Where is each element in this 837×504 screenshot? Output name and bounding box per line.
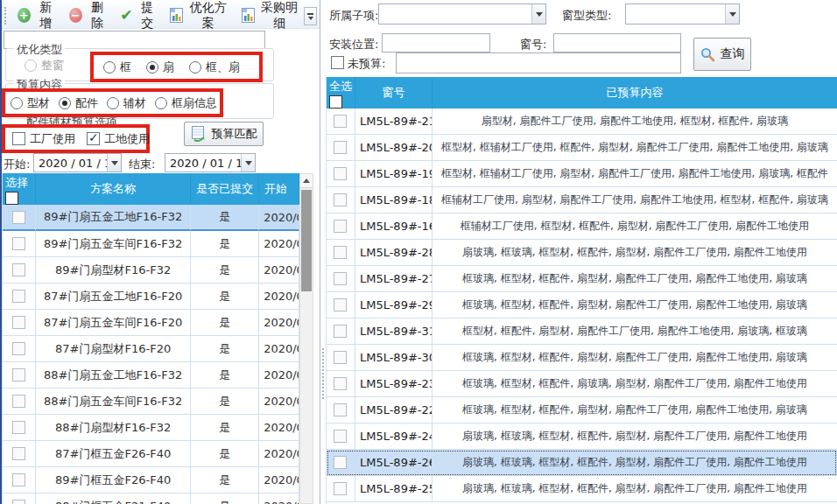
- plan-table-row[interactable]: 88#门扇五金车间F16-F32 是 2020/0: [3, 388, 299, 415]
- plan-table-row[interactable]: 88#门扇五金工地F16-F32 是 2020/0: [3, 362, 299, 388]
- select-all-checkbox[interactable]: [5, 192, 18, 205]
- row-checkbox[interactable]: [334, 220, 347, 233]
- radio-option[interactable]: 扇: [146, 60, 174, 75]
- plan-table-row[interactable]: 87#门扇型材F16-F20 是 2020/0: [3, 336, 299, 362]
- budgeted-content-cell: 框辅材工厂使用, 扇型材, 扇配件工厂使用, 扇配件工地使用, 框型材, 框配件…: [433, 187, 837, 214]
- row-checkbox[interactable]: [12, 290, 25, 303]
- row-checkbox[interactable]: [334, 456, 347, 469]
- optimize-plan-button[interactable]: 优化方案: [165, 0, 235, 34]
- row-checkbox[interactable]: [12, 237, 25, 250]
- delete-button[interactable]: − 删除: [64, 0, 114, 34]
- dropdown-button[interactable]: [241, 154, 255, 172]
- plan-name-cell: 87#门扇型材F16-F20: [36, 336, 191, 362]
- radio-option[interactable]: 辅材: [107, 95, 146, 111]
- budget-table-row[interactable]: LM5L-89#-19F17 框型材, 框辅材工厂使用, 扇型材, 扇配件工厂使…: [327, 161, 837, 187]
- plan-table-row[interactable]: 88#门框五金F21-F40 是 2020/0: [3, 494, 299, 504]
- plan-table-row[interactable]: 89#门框五金F26-F40 是 2020/0: [3, 467, 299, 494]
- row-checkbox[interactable]: [334, 351, 347, 364]
- budget-table-row[interactable]: LM5L-89#-22F20 框玻璃, 框型材, 框配件, 扇型材, 扇配件工厂…: [327, 397, 837, 424]
- budget-table-row[interactable]: LM5L-89#-16F15 框辅材工厂使用, 框型材, 框配件, 扇型材, 扇…: [327, 214, 837, 240]
- budget-table-row[interactable]: LM5L-89#-27F25 框玻璃, 框型材, 框配件, 扇型材, 扇配件工厂…: [327, 266, 837, 292]
- row-checkbox[interactable]: [334, 272, 347, 285]
- select-all-checkbox[interactable]: [329, 95, 342, 108]
- dropdown-button[interactable]: [107, 154, 121, 172]
- row-checkbox[interactable]: [334, 482, 347, 495]
- radio-option[interactable]: 型材: [11, 95, 50, 111]
- budget-table-row[interactable]: LM5L-89#-30F28 框玻璃, 框型材, 框配件, 扇型材, 扇配件工厂…: [327, 345, 837, 371]
- plan-table-scrollbar[interactable]: [299, 173, 313, 504]
- budgeted-content-cell: 框玻璃, 框型材, 框配件, 扇型材, 扇配件工厂使用, 扇配件工地使用, 扇玻…: [433, 292, 837, 318]
- toolbar-overflow-button[interactable]: [304, 7, 317, 25]
- dropdown-button[interactable]: [725, 4, 739, 24]
- plan-table-row[interactable]: 88#门扇型材F16-F32 是 2020/0: [3, 415, 299, 441]
- dropdown-button[interactable]: [531, 4, 545, 24]
- row-checkbox[interactable]: [334, 403, 347, 416]
- row-checkbox[interactable]: [334, 115, 347, 128]
- budget-table-row[interactable]: LM5L-89#-26F24 扇玻璃, 框玻璃, 框型材, 框配件, 扇型材, …: [327, 450, 837, 476]
- row-checkbox[interactable]: [334, 298, 347, 312]
- row-checkbox[interactable]: [12, 263, 25, 276]
- row-checkbox[interactable]: [334, 430, 347, 443]
- end-date-label: 结束:: [129, 157, 155, 172]
- submitted-cell: 是: [191, 310, 259, 336]
- row-checkbox[interactable]: [334, 193, 347, 206]
- plan-table-row[interactable]: 89#门扇型材F16-F32 是 2020/0: [3, 257, 299, 284]
- radio-icon: [107, 97, 119, 109]
- add-button[interactable]: + 新增: [12, 0, 62, 34]
- checkbox-option[interactable]: 工地使用: [87, 131, 150, 147]
- row-checkbox[interactable]: [334, 246, 347, 259]
- budgeted-content-cell: 框型材, 框辅材工厂使用, 扇型材, 扇配件工厂使用, 扇配件工地使用, 扇玻璃…: [433, 161, 837, 187]
- row-checkbox[interactable]: [334, 141, 347, 154]
- radio-icon: [189, 61, 201, 74]
- end-date-picker[interactable]: 2020 / 01 / 13: [165, 153, 256, 172]
- plan-table-row[interactable]: 87#门扇五金车间F16-F20 是 2020/0: [3, 310, 299, 336]
- plan-table-row[interactable]: 87#门扇五金工地F16-F20 是 2020/0: [3, 284, 299, 310]
- scrollbar-up-button[interactable]: [300, 174, 313, 188]
- radio-option[interactable]: 配件: [59, 95, 98, 111]
- budget-table-row[interactable]: LM5L-89#-21F19 扇型材, 扇配件工厂使用, 扇配件工地使用, 框型…: [327, 108, 837, 135]
- radio-option[interactable]: 框、扇: [189, 60, 240, 75]
- row-checkbox[interactable]: [12, 368, 25, 382]
- row-checkbox[interactable]: [334, 377, 347, 390]
- budget-table-row[interactable]: LM5L-89#-28F26 扇玻璃, 框玻璃, 框型材, 框配件, 扇型材, …: [327, 240, 837, 266]
- row-checkbox[interactable]: [12, 342, 25, 355]
- no-budget-checkbox[interactable]: [331, 56, 344, 69]
- sub-item-select[interactable]: [378, 4, 546, 24]
- row-checkbox[interactable]: [12, 473, 25, 486]
- plan-name-cell: 87#门扇五金工地F16-F20: [36, 284, 191, 310]
- budget-table-row[interactable]: LM5L-89#-24F22 扇玻璃, 框玻璃, 框型材, 框配件, 扇型材, …: [327, 424, 837, 450]
- budget-table-row[interactable]: LM5L-89#-29F27 框玻璃, 框型材, 框配件, 扇型材, 扇配件工厂…: [327, 292, 837, 318]
- query-button[interactable]: 查询: [693, 38, 751, 71]
- budget-table-row[interactable]: LM5L-89#-25F23 扇玻璃, 框玻璃, 框型材, 框配件, 扇型材, …: [327, 476, 837, 502]
- row-checkbox[interactable]: [334, 167, 347, 180]
- checkbox-option[interactable]: 工厂使用: [12, 131, 75, 147]
- scrollbar-thumb[interactable]: [301, 190, 312, 291]
- row-checkbox[interactable]: [12, 316, 25, 329]
- install-position-input[interactable]: [382, 33, 490, 52]
- plan-table-row[interactable]: 89#门扇五金工地F16-F32 是 2020/0: [3, 205, 299, 231]
- row-select-cell: [3, 467, 36, 494]
- row-select-cell: [327, 318, 355, 345]
- submit-button[interactable]: ✔ 提交: [115, 0, 162, 34]
- budget-table-row[interactable]: LM5L-89#-23F21 框玻璃, 框型材, 框配件, 扇玻璃, 扇型材, …: [327, 371, 837, 397]
- budget-table-row[interactable]: LM5L-89#-20F18 框型材, 框辅材工厂使用, 框配件, 扇型材, 扇…: [327, 135, 837, 161]
- plan-table-row[interactable]: 87#门框五金F26-F40 是 2020/0: [3, 441, 299, 467]
- budget-table-row[interactable]: LM5L-89#-31F29 框型材, 框配件, 扇型材, 扇配件工厂使用, 扇…: [327, 318, 837, 345]
- window-type-select[interactable]: [625, 4, 740, 24]
- budget-match-button[interactable]: 预算匹配: [184, 122, 264, 146]
- radio-option[interactable]: 框扇信息: [155, 95, 217, 111]
- row-checkbox[interactable]: [12, 395, 25, 408]
- plan-table-row[interactable]: 89#门扇五金车间F16-F32 是 2020/0: [3, 231, 299, 257]
- row-checkbox[interactable]: [334, 325, 347, 338]
- row-checkbox[interactable]: [12, 421, 25, 434]
- row-checkbox[interactable]: [12, 211, 25, 224]
- budget-table-row[interactable]: LM5L-89#-18F16 框辅材工厂使用, 扇型材, 扇配件工厂使用, 扇配…: [327, 187, 837, 214]
- no-budget-input[interactable]: [396, 52, 681, 74]
- radio-option[interactable]: 框: [103, 60, 131, 75]
- window-no-input[interactable]: [553, 33, 681, 52]
- start-date-picker[interactable]: 2020 / 01 / 1: [33, 153, 122, 172]
- budget-match-label: 预算匹配: [212, 126, 257, 142]
- row-checkbox[interactable]: [12, 447, 25, 460]
- row-select-cell: [327, 240, 355, 266]
- row-checkbox[interactable]: [12, 500, 25, 504]
